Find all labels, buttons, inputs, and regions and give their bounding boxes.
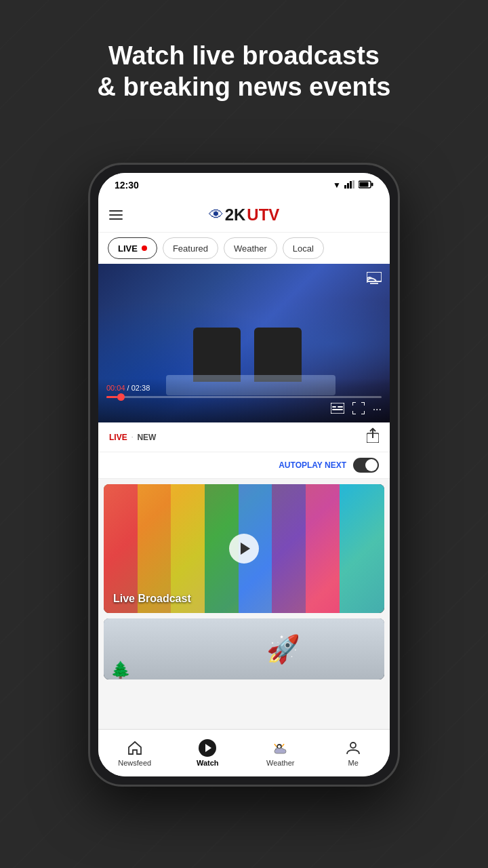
autoplay-label: AUTOPLAY NEXT [279, 460, 346, 470]
live-badge: LIVE · NEW [109, 433, 156, 442]
svg-rect-2 [350, 181, 352, 189]
tab-live-label: LIVE [118, 243, 138, 254]
video-thumbnail-2: 🌲 🚀 [104, 618, 384, 679]
svg-rect-1 [347, 183, 349, 189]
nav-weather-label: Weather [266, 759, 294, 767]
svg-rect-14 [332, 409, 343, 410]
tab-featured-label: Featured [173, 243, 208, 254]
live-label: LIVE [109, 433, 127, 442]
time-total: 02:38 [131, 384, 150, 392]
tab-weather[interactable]: Weather [224, 237, 277, 259]
rocket-image: 🚀 [266, 618, 300, 679]
svg-point-17 [350, 743, 356, 748]
svg-rect-6 [360, 182, 369, 186]
more-options-button[interactable]: ··· [373, 403, 382, 416]
nav-newsfeed-label: Newsfeed [118, 759, 151, 767]
play-button-1[interactable] [229, 534, 259, 564]
video-card-2[interactable]: 🌲 🚀 [104, 618, 384, 679]
player-buttons: ··· [106, 402, 382, 417]
svg-rect-11 [331, 403, 344, 414]
menu-line-1 [109, 210, 123, 212]
nav-watch-label: Watch [197, 759, 219, 767]
sky-background [104, 618, 384, 679]
phone-device: 12:30 ▼ [88, 163, 400, 787]
video-player[interactable]: 00:04 / 02:38 [98, 264, 390, 422]
battery-icon [359, 180, 373, 191]
bottom-nav: Newsfeed Watch [98, 729, 390, 776]
svg-rect-7 [367, 272, 382, 281]
logo-eye-icon: 👁 [209, 206, 224, 224]
tab-local-label: Local [293, 243, 314, 254]
svg-rect-13 [338, 406, 343, 408]
progress-fill [106, 396, 117, 398]
status-time: 12:30 [115, 180, 139, 191]
watch-play-icon [199, 739, 216, 757]
time-current: 00:04 [106, 384, 125, 392]
cast-icon[interactable] [367, 272, 382, 288]
share-button[interactable] [367, 428, 379, 446]
menu-line-3 [109, 218, 123, 220]
tagline: Watch live broadcasts & breaking news ev… [0, 41, 488, 102]
svg-rect-12 [332, 406, 336, 408]
autoplay-bar: AUTOPLAY NEXT [98, 452, 390, 479]
progress-bar[interactable] [106, 396, 382, 398]
svg-rect-3 [352, 180, 354, 189]
video-caption-1: Live Broadcast [113, 593, 191, 605]
tab-weather-label: Weather [234, 243, 267, 254]
chair-left [193, 328, 241, 382]
status-bar: 12:30 ▼ [98, 173, 390, 197]
nav-item-newsfeed[interactable]: Newsfeed [115, 739, 155, 767]
signal-icon [344, 180, 355, 191]
app-header: 👁 2K UTV [98, 197, 390, 233]
live-dot-icon [142, 245, 147, 251]
status-icons: ▼ [333, 180, 373, 191]
new-label: NEW [137, 433, 156, 442]
play-triangle-icon [241, 542, 250, 555]
menu-button[interactable] [109, 210, 123, 220]
autoplay-toggle[interactable] [353, 458, 379, 473]
app-logo: 👁 2K UTV [209, 205, 280, 224]
toggle-knob [365, 459, 378, 471]
svg-rect-5 [371, 182, 373, 186]
content-area: LIVE · NEW AUTOPLAY NEXT [98, 422, 390, 729]
live-bar: LIVE · NEW [98, 422, 390, 452]
progress-thumb [117, 393, 125, 401]
play-icon [205, 744, 211, 752]
home-icon [126, 739, 144, 757]
tab-local[interactable]: Local [283, 237, 324, 259]
person-icon [344, 739, 362, 757]
tab-featured[interactable]: Featured [163, 237, 218, 259]
nav-me-label: Me [348, 759, 359, 767]
nav-item-weather[interactable]: Weather [260, 739, 301, 767]
player-controls: 00:04 / 02:38 [98, 378, 390, 422]
wifi-icon: ▼ [333, 180, 341, 190]
tagline-line2: & breaking news events [98, 73, 391, 101]
logo-text-utv: UTV [247, 205, 279, 224]
rocket-icon: 🚀 [266, 633, 300, 665]
nav-item-watch[interactable]: Watch [187, 739, 228, 767]
phone-frame: 12:30 ▼ [88, 163, 400, 787]
chair-right [254, 328, 302, 382]
video-card-1[interactable]: Live Broadcast [104, 484, 384, 613]
tree-icon: 🌲 [110, 660, 131, 679]
tabs-bar: LIVE Featured Weather Local [98, 233, 390, 264]
menu-line-2 [109, 214, 123, 216]
tab-live[interactable]: LIVE [108, 237, 157, 259]
phone-screen: 12:30 ▼ [98, 173, 390, 776]
subtitles-button[interactable] [331, 403, 344, 416]
svg-rect-0 [344, 185, 346, 189]
nav-item-me[interactable]: Me [333, 739, 373, 767]
tagline-line1: Watch live broadcasts [108, 41, 380, 70]
weather-icon [272, 739, 289, 757]
logo-text-2k: 2K [225, 205, 246, 224]
video-list: Live Broadcast 🌲 🚀 [98, 479, 390, 729]
fullscreen-button[interactable] [352, 402, 365, 417]
dot-separator: · [131, 433, 134, 441]
time-display: 00:04 / 02:38 [106, 384, 382, 392]
